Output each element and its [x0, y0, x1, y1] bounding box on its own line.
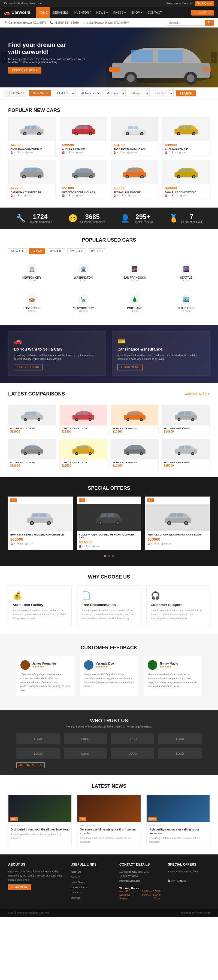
filter-tab-new[interactable]: NEW CARS [29, 90, 51, 96]
car-card-2-price: $39500 [62, 143, 105, 147]
svg-rect-21 [82, 126, 88, 129]
footer-link-sitemap[interactable]: Sitemap [71, 896, 80, 899]
svg-rect-75 [25, 412, 30, 415]
dot-3[interactable] [112, 555, 114, 557]
filter-by-make[interactable]: BY MAKE [47, 248, 65, 254]
secondary-nav: 📍 Cambridge, Boston (021.4567) 📞 +1 (860… [0, 18, 218, 27]
news-card-3[interactable]: NEWS March 10, 2017 High quality cars on… [146, 794, 210, 846]
compare-card-8[interactable]: TOYOTA CAMRY 2016 $15000 [162, 439, 210, 469]
footer-email: info@carworld.com [119, 879, 161, 883]
car-card-3[interactable]: $24000 FORD FIESTA HATCHBACK ⛽ 4 📍 5k ⚙️… [111, 118, 159, 156]
list-item: Career With Us [71, 885, 113, 889]
svg-rect-131 [32, 513, 38, 517]
city-charlotte[interactable]: 🏙️ CHARLOTTE 7 Cars [162, 290, 210, 317]
news-card-2[interactable]: TIPS February 2, 2017 Get some useful ma… [77, 794, 141, 846]
compare-card-6[interactable]: TOYOTA CAMRY 2016 $12500 [59, 439, 107, 469]
dot-1[interactable] [104, 555, 106, 557]
gearbox-select[interactable]: Gearbox [152, 90, 173, 96]
header-search-input[interactable] [167, 20, 205, 25]
compare-card-1[interactable]: ACURA RDX 2015 SE $11000 [8, 405, 56, 435]
all-partners-link[interactable]: ALL PARTNERS > [16, 762, 45, 768]
city-portland[interactable]: 🌲 PORTLAND 11 Cars [111, 290, 159, 317]
testimonial-1-avatar [21, 660, 30, 670]
compare-card-2[interactable]: TOYOTA CAMRY 2016 $12300 [59, 405, 107, 435]
news-card-1[interactable]: NEW January 15, 2017 Distributed through… [8, 794, 72, 846]
dot-2[interactable] [108, 555, 110, 557]
footer-link-contact[interactable]: Contact Us [71, 891, 83, 894]
filter-by-body[interactable]: BY BODY [88, 248, 106, 254]
sell-text: It is a long established fact that a rea… [14, 353, 100, 361]
nav-news[interactable]: NEWS ▾ [94, 7, 111, 18]
city-cambridge[interactable]: 🏫 CAMBRIDGE 9 Cars [8, 290, 56, 317]
car-card-2[interactable]: $39500 AUDI A8 5.0 TDI 555 ⛽ 4 📍 8k ⚙️ A… [60, 118, 107, 156]
compare-more-link[interactable]: COMPARE MORE > [185, 393, 210, 396]
stat-customers-info: 3685 Satisfied Customers [80, 213, 105, 224]
price-select[interactable]: Max Price [103, 90, 126, 96]
make-select[interactable]: All Makes BMW Audi Ford Toyota [53, 90, 75, 96]
nav-pages[interactable]: PAGES ▾ [111, 7, 129, 18]
header-search-button[interactable]: 🔍 [205, 20, 214, 25]
sell-car-button[interactable]: SELL YOUR CAR [14, 364, 43, 371]
car-card-5[interactable]: $22750 CATARMAN T SUPERCAR ⛽ 6 📍 3k ⚙️ A… [8, 161, 56, 199]
offer-3-info: RENAULT DAUPHINE COMPACT CAR SEDAN $5300… [145, 531, 210, 547]
compare-card-5[interactable]: ACURA RDX 2016 SE $11800 [8, 439, 56, 469]
compare-card-3[interactable]: ACURA RDX 2016 SE $13500 [111, 405, 159, 435]
nav-shop[interactable]: SHOP ▾ [129, 7, 145, 18]
list-item: Services [71, 875, 113, 879]
city-seattle[interactable]: 🌆 SEATTLE 6 Cars [162, 259, 210, 286]
car-card-8[interactable]: $40000 BMW F10 8 CONVERTIBLE ⛽ 4 📍 11k ⚙… [162, 161, 210, 199]
city-ny-name: NEWYORK CITY [62, 307, 104, 310]
compare-8-svg [173, 444, 198, 455]
footer-copyright: © 2017 Carworld. All Rights Reserved. [8, 912, 50, 914]
compare-card-7[interactable]: ACURA RDX 2016 SE $13000 [111, 439, 159, 469]
svg-rect-111 [82, 446, 88, 449]
city-newton[interactable]: 🏛️ NEWTON CITY 12 Cars [8, 259, 56, 286]
finance-learn-more-button[interactable]: LEARN MORE [118, 364, 143, 371]
city-cambridge-icon: 🏫 [26, 294, 37, 305]
model-select[interactable]: All Models [78, 90, 101, 96]
city-washington[interactable]: 🏛️ WASHINGTON 8 Cars [60, 259, 107, 286]
hero-next-button[interactable]: › [211, 52, 216, 63]
car-card-7[interactable]: $53600 FERRARI F12 MOTORE ⛽ 12 📍 2k ⚙️ A… [111, 161, 159, 199]
footer-link-services[interactable]: Services [71, 876, 80, 878]
footer-link-about[interactable]: About Us [71, 870, 81, 873]
city-charlotte-count: 7 Cars [165, 310, 207, 312]
cart-button[interactable]: 🛒 CART (0) [191, 10, 214, 16]
city-newton-count: 12 Cars [11, 279, 53, 282]
hero-description: It is a long established fact that a rea… [8, 58, 90, 64]
footer-link-career[interactable]: Career With Us [71, 886, 88, 889]
city-sanfrancisco[interactable]: 🌉 SAN FRANCISCO 15 Cars [111, 259, 159, 286]
hero-prev-button[interactable]: ‹ [2, 52, 7, 63]
city-newyork[interactable]: 🗽 NEWYORK CITY 20 Cars [60, 290, 107, 317]
offer-2-info: VOLKSWAGEN TOUAREG PERSONAL LUXURY CAR $… [77, 531, 142, 550]
svg-rect-104 [31, 446, 37, 449]
offer-card-2[interactable]: LS VOLKSWAGEN TOUAREG PERSONAL LUXURY CA… [77, 496, 142, 550]
compare-card-4[interactable]: TOYOTA CAMRY 2016 $14200 [162, 405, 210, 435]
filter-view-all[interactable]: VIEW ALL [8, 248, 27, 254]
why-docs-title: Free Documentation [81, 603, 136, 607]
search-button[interactable]: SEARCH [176, 91, 196, 96]
footer-read-more-button[interactable]: READ MORE [8, 885, 31, 890]
trust-logo-2: LOGO [64, 733, 107, 745]
offer-card-3[interactable]: LS RENAULT DAUPHINE COMPACT CAR SEDAN $5… [145, 496, 210, 550]
nav-inventory[interactable]: INVENTORY [71, 7, 94, 18]
filter-by-price[interactable]: BY PRICE [67, 248, 86, 254]
car-card-4[interactable]: $30000 AUDI A8 5.0 TDI 555 ⛽ 4 📍 9k ⚙️ A… [162, 118, 210, 156]
site-logo[interactable]: 🚗 Carworld [4, 10, 30, 16]
filter-tab-used[interactable]: USED CARS [4, 90, 27, 96]
nav-services[interactable]: SERVICES [50, 7, 71, 18]
footer-link-news[interactable]: Latest News [71, 881, 84, 884]
nav-contact[interactable]: CONTACT [145, 7, 165, 18]
compare-2-name: TOYOTA CAMRY 2016 [61, 427, 105, 430]
svg-rect-68 [179, 169, 185, 172]
get-quote-button[interactable]: Get A Quote [195, 1, 214, 6]
offer-card-1[interactable]: LS BMW F10 8 SERIES MIDSIZED CONVERTIBLE… [8, 496, 73, 550]
compare-7-name: ACURA RDX 2016 SE [113, 461, 157, 464]
car-card-5-info: $22750 CATARMAN T SUPERCAR ⛽ 6 📍 3k ⚙️ A… [8, 184, 55, 199]
car-card-6[interactable]: $51000 MERCEDES BENZ C-CLASS ⛽ 4 📍 7k ⚙️… [60, 161, 107, 199]
hero-cta-button[interactable]: DISCOVER MORE [8, 67, 41, 73]
filter-by-car[interactable]: BY CAR [29, 248, 45, 254]
mileage-select[interactable]: Mileage [128, 90, 150, 96]
car-card-1[interactable]: $42000 BMW F10 8 CONVERTIBLE ⛽ 4 📍 12k ⚙… [8, 118, 56, 156]
nav-home[interactable]: HOME [36, 7, 50, 18]
